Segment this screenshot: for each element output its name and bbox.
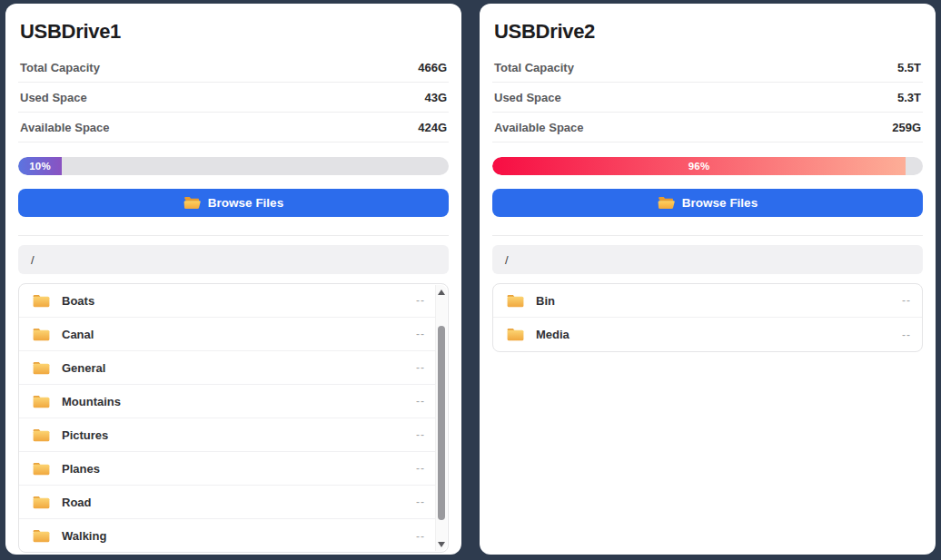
stat-row-available-space: Available Space 259G (492, 113, 923, 142)
divider (492, 235, 923, 236)
folder-name: Boats (62, 294, 404, 308)
file-list-item[interactable]: Mountains -- (19, 385, 436, 418)
browse-files-button[interactable]: Browse Files (492, 189, 923, 217)
scroll-down-arrow[interactable] (436, 537, 447, 551)
file-list: Bin -- Media -- (492, 283, 923, 352)
folder-size: -- (416, 462, 425, 475)
folder-name: Mountains (62, 395, 404, 408)
folder-icon (33, 529, 50, 543)
divider (18, 235, 449, 236)
stat-value: 259G (892, 121, 921, 134)
file-list-item[interactable]: Media -- (493, 318, 922, 351)
usb-drive-card-1: USBDrive1 Total Capacity 466G Used Space… (5, 4, 461, 555)
stat-label: Available Space (494, 121, 584, 134)
stat-row-total-capacity: Total Capacity 5.5T (492, 53, 923, 83)
stat-row-used-space: Used Space 5.3T (492, 83, 923, 113)
folder-name: Bin (536, 294, 890, 308)
folder-name: Walking (62, 529, 404, 543)
stat-value: 5.5T (897, 61, 921, 74)
browse-files-label: Browse Files (682, 196, 758, 210)
folder-size: -- (416, 496, 425, 508)
file-list-item[interactable]: Road -- (19, 486, 436, 519)
folder-size: -- (416, 395, 425, 408)
usage-progress-fill: 10% (18, 157, 62, 175)
folder-icon (33, 462, 50, 476)
stat-label: Used Space (20, 91, 87, 104)
stat-row-available-space: Available Space 424G (18, 113, 449, 142)
folder-size: -- (902, 329, 911, 341)
folder-size: -- (416, 428, 425, 441)
folder-size: -- (416, 530, 425, 543)
folder-name: Planes (62, 462, 404, 476)
stat-value: 43G (424, 91, 447, 104)
path-display: / (492, 245, 923, 274)
stat-label: Available Space (20, 121, 110, 134)
folder-size: -- (416, 328, 425, 340)
usb-drive-card-2: USBDrive2 Total Capacity 5.5T Used Space… (480, 4, 936, 555)
folder-icon (33, 496, 50, 509)
file-list-item[interactable]: Canal -- (19, 318, 436, 351)
drive-title: USBDrive2 (494, 20, 921, 44)
folder-name: Road (62, 496, 404, 509)
file-list-item[interactable]: General -- (19, 351, 436, 385)
usage-progressbar: 96% (492, 157, 923, 175)
file-list-item[interactable]: Walking -- (19, 519, 436, 553)
stat-row-used-space: Used Space 43G (18, 83, 449, 113)
folder-size: -- (416, 361, 425, 374)
open-folder-icon (658, 196, 675, 210)
stat-label: Total Capacity (494, 61, 574, 74)
scroll-up-arrow[interactable] (436, 285, 447, 299)
folder-name: Pictures (62, 428, 404, 442)
folder-icon (33, 294, 50, 308)
folder-icon (33, 328, 50, 341)
file-list-item[interactable]: Boats -- (19, 284, 436, 318)
usage-progressbar: 10% (18, 157, 449, 175)
usage-percent-label: 96% (688, 161, 710, 172)
folder-size: -- (902, 294, 911, 307)
stat-value: 466G (418, 61, 447, 74)
file-list-item[interactable]: Planes -- (19, 452, 436, 486)
scrollbar-thumb[interactable] (438, 326, 445, 520)
stat-value: 424G (418, 121, 447, 134)
folder-name: Canal (62, 328, 404, 341)
folder-size: -- (416, 294, 425, 307)
folder-name: General (62, 361, 404, 375)
browse-files-label: Browse Files (208, 196, 283, 210)
file-list: Boats -- Canal -- General -- Mountains -… (18, 283, 449, 553)
open-folder-icon (183, 196, 201, 210)
current-path: / (31, 253, 35, 267)
folder-icon (33, 361, 50, 375)
stat-value: 5.3T (897, 91, 921, 104)
folder-icon (507, 328, 524, 341)
folder-icon (33, 395, 50, 408)
file-list-item[interactable]: Bin -- (493, 284, 922, 318)
stat-label: Total Capacity (20, 61, 100, 74)
folder-icon (507, 294, 524, 308)
scrollbar[interactable] (435, 285, 447, 551)
drive-title: USBDrive1 (20, 20, 447, 44)
folder-icon (33, 428, 50, 442)
path-display: / (18, 245, 449, 274)
file-list-item[interactable]: Pictures -- (19, 418, 436, 452)
current-path: / (505, 253, 509, 267)
folder-name: Media (536, 328, 890, 341)
stat-label: Used Space (494, 91, 561, 104)
stat-row-total-capacity: Total Capacity 466G (18, 53, 449, 83)
usage-percent-label: 10% (29, 161, 51, 172)
browse-files-button[interactable]: Browse Files (18, 189, 449, 217)
usage-progress-fill: 96% (492, 157, 906, 175)
